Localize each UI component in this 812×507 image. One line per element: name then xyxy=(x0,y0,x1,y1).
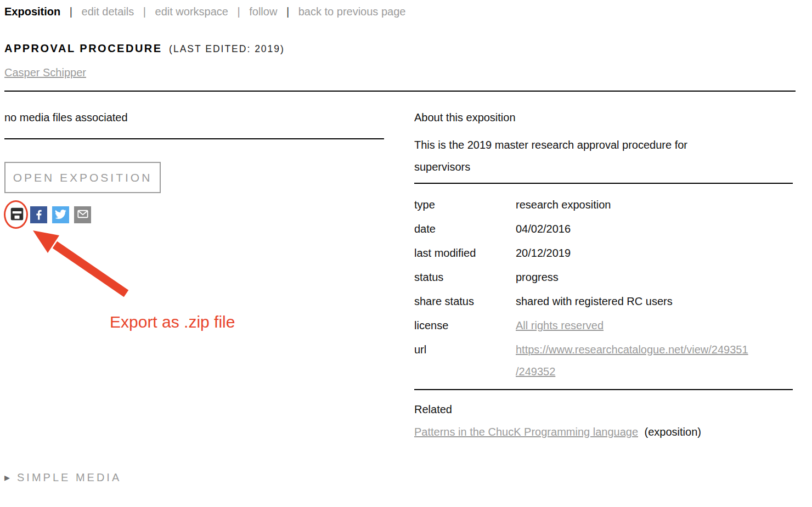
related-type-label: (exposition) xyxy=(645,426,701,438)
about-divider xyxy=(414,183,793,184)
detail-label: license xyxy=(414,319,516,332)
detail-row-license: license All rights reserved xyxy=(414,319,793,332)
twitter-icon xyxy=(55,209,66,222)
url-line-1: https://www.researchcatalogue.net/view/2… xyxy=(516,343,748,356)
license-link[interactable]: All rights reserved xyxy=(516,319,604,332)
about-description: This is the 2019 master research approva… xyxy=(414,134,732,178)
about-heading: About this exposition xyxy=(414,111,793,124)
detail-label: share status xyxy=(414,295,516,308)
page-title: APPROVAL PROCEDURE xyxy=(4,42,162,54)
media-column: no media files associated OPEN EXPOSITIO… xyxy=(4,92,384,223)
media-divider xyxy=(4,138,384,139)
detail-row-last-modified: last modified 20/12/2019 xyxy=(414,246,793,260)
simple-media-toggle[interactable]: ▶ SIMPLE MEDIA xyxy=(4,471,121,484)
detail-value: 20/12/2019 xyxy=(516,246,571,260)
related-exposition-link[interactable]: Patterns in the ChucK Programming langua… xyxy=(414,426,638,438)
nav-item-edit-details[interactable]: edit details xyxy=(82,5,134,18)
annotation-arrow-icon xyxy=(21,226,142,303)
author-link[interactable]: Casper Schipper xyxy=(4,66,86,79)
nav-item-edit-workspace[interactable]: edit workspace xyxy=(155,5,228,18)
nav-separator: | xyxy=(70,5,72,18)
detail-row-date: date 04/02/2016 xyxy=(414,222,793,235)
share-icons-row xyxy=(4,206,384,223)
related-item: Patterns in the ChucK Programming langua… xyxy=(414,426,793,438)
top-nav: Exposition | edit details | edit workspa… xyxy=(4,5,796,18)
related-heading: Related xyxy=(414,403,793,416)
detail-label: type xyxy=(414,198,516,211)
nav-separator: | xyxy=(286,5,289,18)
exposition-page: Exposition | edit details | edit workspa… xyxy=(0,0,812,484)
exposition-url-link[interactable]: https://www.researchcatalogue.net/view/2… xyxy=(516,343,748,378)
related-divider xyxy=(414,389,793,390)
detail-value: progress xyxy=(516,271,559,284)
details-table: type research exposition date 04/02/2016… xyxy=(414,198,793,378)
save-floppy-icon xyxy=(9,206,25,224)
nav-item-exposition[interactable]: Exposition xyxy=(4,5,60,18)
nav-item-back[interactable]: back to previous page xyxy=(298,5,406,18)
detail-label: last modified xyxy=(414,246,516,260)
email-envelope-icon xyxy=(76,207,90,223)
facebook-icon xyxy=(32,207,46,222)
detail-value: 04/02/2016 xyxy=(516,222,571,235)
url-line-2: /249352 xyxy=(516,365,748,378)
last-edited-label: (LAST EDITED: 2019) xyxy=(169,43,285,54)
email-share-button[interactable] xyxy=(74,206,91,223)
nav-item-follow[interactable]: follow xyxy=(249,5,277,18)
export-zip-button[interactable] xyxy=(8,206,25,223)
about-column: About this exposition This is the 2019 m… xyxy=(414,92,793,438)
detail-label: status xyxy=(414,271,516,284)
twitter-share-button[interactable] xyxy=(52,206,69,223)
disclosure-triangle-icon: ▶ xyxy=(4,474,10,482)
nav-separator: | xyxy=(143,5,146,18)
detail-label: url xyxy=(414,343,516,378)
nav-separator: | xyxy=(237,5,240,18)
media-status-text: no media files associated xyxy=(4,111,384,124)
facebook-share-button[interactable] xyxy=(30,206,47,223)
detail-row-share-status: share status shared with registered RC u… xyxy=(414,295,793,308)
simple-media-label: SIMPLE MEDIA xyxy=(17,471,121,484)
detail-row-status: status progress xyxy=(414,271,793,284)
page-heading: APPROVAL PROCEDURE (LAST EDITED: 2019) xyxy=(4,42,796,55)
detail-value: research exposition xyxy=(516,198,611,211)
detail-row-type: type research exposition xyxy=(414,198,793,211)
detail-value: shared with registered RC users xyxy=(516,295,673,308)
open-exposition-button[interactable]: OPEN EXPOSITION xyxy=(4,162,161,193)
detail-row-url: url https://www.researchcatalogue.net/vi… xyxy=(414,343,793,378)
annotation-label: Export as .zip file xyxy=(110,313,235,331)
detail-label: date xyxy=(414,222,516,235)
content-columns: no media files associated OPEN EXPOSITIO… xyxy=(4,92,796,438)
